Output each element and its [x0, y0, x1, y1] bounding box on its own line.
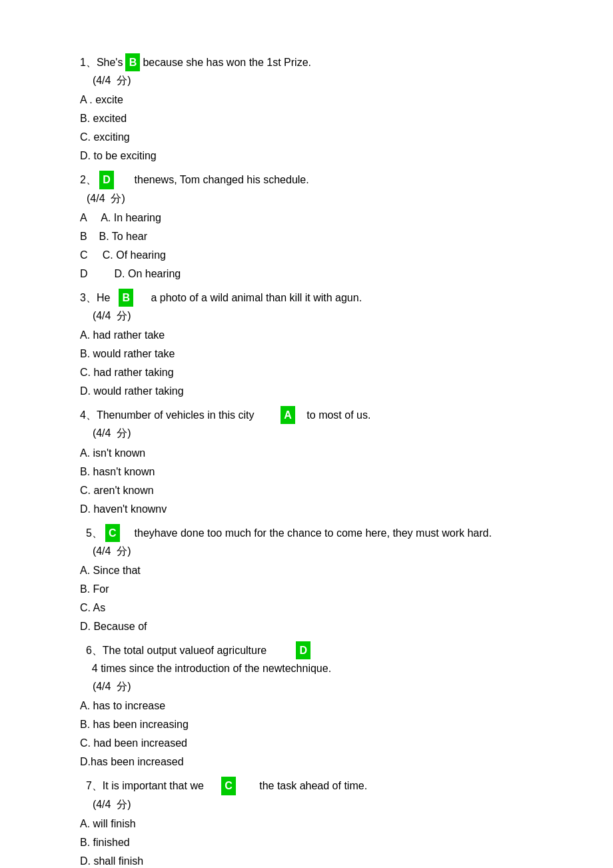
q2-suffix: thenews, Tom changed his schedule. — [117, 171, 309, 189]
q5-options: A. Since that B. For C. As D. Because of — [80, 561, 533, 636]
q4-score: (4/4 分) — [87, 424, 533, 442]
q6-optC: C. had been increased — [80, 734, 533, 753]
question-5: 5、 C theyhave done too much for the chan… — [80, 524, 533, 636]
q4-answer: A — [281, 406, 295, 424]
q2-answer: D — [99, 171, 114, 189]
q7-optA: A. will finish — [80, 815, 533, 833]
question-1: 1、She's B because she has won the 1st Pr… — [80, 53, 533, 165]
q3-optD: D. would rather taking — [80, 382, 533, 401]
question-7-line: 7、It is important that we C the task ahe… — [80, 777, 533, 795]
q5-optA: A. Since that — [80, 561, 533, 580]
q5-score: (4/4 分) — [87, 542, 533, 560]
question-2: 2、 D thenews, Tom changed his schedule. … — [80, 171, 533, 283]
q5-suffix: theyhave done too much for the chance to… — [123, 524, 492, 542]
q2-optD: D D. On hearing — [80, 265, 533, 283]
q3-optC: C. had rather taking — [80, 363, 533, 382]
q7-optB: B. finished — [80, 833, 533, 852]
q4-optA: A. isn't known — [80, 444, 533, 463]
q3-suffix: a photo of a wild animal than kill it wi… — [136, 289, 362, 307]
q1-score: (4/4 分) — [87, 71, 533, 89]
question-1-line: 1、She's B because she has won the 1st Pr… — [80, 53, 533, 71]
q3-optB: B. would rather take — [80, 345, 533, 363]
q6-optB: B. has been increasing — [80, 715, 533, 734]
question-5-line: 5、 C theyhave done too much for the chan… — [80, 524, 533, 542]
q3-score: (4/4 分) — [87, 307, 533, 325]
q1-answer: B — [125, 53, 140, 71]
q2-optB: B B. To hear — [80, 227, 533, 246]
q6-options: A. has to increase B. has been increasin… — [80, 697, 533, 771]
question-3-line: 3、He B a photo of a wild animal than kil… — [80, 289, 533, 307]
q2-score: (4/4 分) — [87, 189, 533, 207]
q4-optB: B. hasn't known — [80, 463, 533, 481]
q3-options: A. had rather take B. would rather take … — [80, 326, 533, 401]
q1-optA: A . excite — [80, 91, 533, 109]
q6-optD: D.has been increased — [80, 753, 533, 771]
q6-optA: A. has to increase — [80, 697, 533, 715]
q7-score: (4/4 分) — [87, 795, 533, 813]
q7-optD: D. shall finish — [80, 852, 533, 868]
q5-number: 5、 — [80, 524, 103, 542]
q5-optD: D. Because of — [80, 617, 533, 636]
q6-answer: D — [296, 641, 310, 659]
exam-content: 1、She's B because she has won the 1st Pr… — [80, 53, 533, 868]
q2-number: 2、 — [80, 171, 97, 189]
q1-options: A . excite B. excited C. exciting D. to … — [80, 91, 533, 165]
q2-optC: C C. Of hearing — [80, 246, 533, 265]
q3-optA: A. had rather take — [80, 326, 533, 345]
question-2-line: 2、 D thenews, Tom changed his schedule. — [80, 171, 533, 189]
q1-number: 1、She's — [80, 53, 123, 71]
q7-options: A. will finish B. finished D. shall fini… — [80, 815, 533, 868]
q3-number: 3、He — [80, 289, 116, 307]
q5-optC: C. As — [80, 599, 533, 617]
question-4: 4、Thenumber of vehicles in this city A t… — [80, 406, 533, 518]
question-3: 3、He B a photo of a wild animal than kil… — [80, 289, 533, 401]
q6-suffix: 4 times since the introduction of the ne… — [80, 659, 331, 677]
q5-optB: B. For — [80, 580, 533, 599]
q4-options: A. isn't known B. hasn't known C. aren't… — [80, 444, 533, 519]
q1-optC: C. exciting — [80, 128, 533, 147]
q6-score: (4/4 分) — [87, 677, 533, 695]
q4-optC: C. aren't known — [80, 481, 533, 500]
question-6: 6、The total output valueof agriculture D… — [80, 641, 533, 772]
question-7: 7、It is important that we C the task ahe… — [80, 777, 533, 868]
q3-answer: B — [119, 289, 133, 307]
q7-number: 7、It is important that we — [80, 777, 219, 795]
q4-optD: D. haven't knownv — [80, 500, 533, 519]
q2-optA: A A. In hearing — [80, 209, 533, 227]
q1-suffix: because she has won the 1st Prize. — [143, 53, 311, 71]
q6-number: 6、The total output valueof agriculture — [80, 641, 293, 659]
question-6-line: 6、The total output valueof agriculture D… — [80, 641, 533, 677]
q1-optB: B. excited — [80, 109, 533, 128]
q4-suffix: to most of us. — [298, 406, 370, 424]
q7-answer: C — [221, 777, 236, 795]
q1-optD: D. to be exciting — [80, 147, 533, 165]
q5-answer: C — [105, 524, 120, 542]
q7-suffix: the task ahead of time. — [239, 777, 367, 795]
question-4-line: 4、Thenumber of vehicles in this city A t… — [80, 406, 533, 424]
q2-options: A A. In hearing B B. To hear C C. Of hea… — [80, 209, 533, 283]
q4-number: 4、Thenumber of vehicles in this city — [80, 406, 278, 424]
